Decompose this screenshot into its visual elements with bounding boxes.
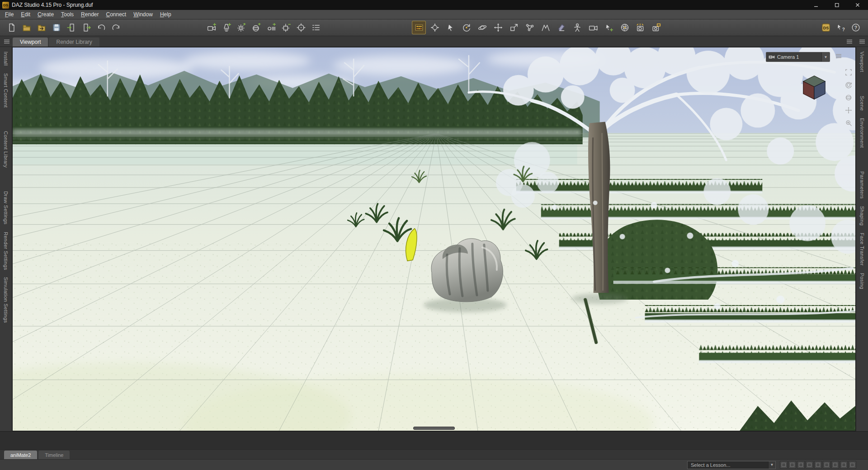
lesson-mini-button-3[interactable] — [797, 461, 805, 469]
maximize-button[interactable] — [826, 0, 847, 10]
dock-options-icon[interactable] — [843, 39, 855, 47]
translate-tool-button[interactable] — [491, 21, 505, 34]
pane-splitter-handle[interactable] — [413, 427, 455, 430]
lesson-mini-button-1[interactable] — [780, 461, 788, 469]
spot-render-tool-icon — [652, 23, 661, 32]
add-null-icon — [282, 23, 291, 32]
menubar: FileEditCreateToolsRenderConnectWindowHe… — [0, 10, 868, 19]
import-file-button[interactable] — [64, 21, 78, 34]
lesson-mini-button-5[interactable] — [814, 461, 822, 469]
close-button[interactable] — [847, 0, 868, 10]
add-point-light-button[interactable] — [234, 21, 248, 34]
tab-render-library[interactable]: Render Library — [49, 38, 99, 47]
whats-this-icon: ? — [836, 23, 845, 32]
camera-selector[interactable]: Camera 1 ▼ — [766, 52, 830, 62]
left-panel-group-1: Content Library — [3, 131, 9, 168]
add-null-button[interactable] — [279, 21, 293, 34]
add-distant-light-icon — [267, 23, 276, 32]
minimize-button[interactable] — [806, 0, 826, 10]
menu-item-file[interactable]: File — [1, 10, 17, 19]
menu-item-window[interactable]: Window — [130, 10, 156, 19]
lesson-mini-button-9[interactable] — [849, 461, 856, 469]
orbit-tool-button[interactable] — [475, 21, 489, 34]
render-tool-button[interactable] — [633, 21, 647, 34]
add-camera-button[interactable] — [204, 21, 218, 34]
pane-menu-icon[interactable] — [0, 39, 13, 47]
lesson-mini-button-2[interactable] — [788, 461, 796, 469]
export-file-icon — [82, 23, 91, 32]
camera-pan-icon[interactable] — [844, 106, 852, 114]
measure-tool-icon — [541, 23, 550, 32]
lesson-selector[interactable]: Select a Lesson... ▼ — [687, 461, 776, 469]
panel-tab-install[interactable]: Install — [3, 52, 9, 66]
panel-tab-draw-settings[interactable]: Draw Settings — [3, 191, 9, 225]
surface-tool-button[interactable] — [554, 21, 568, 34]
panel-tab-posing[interactable]: Posing — [859, 273, 865, 289]
menu-item-help[interactable]: Help — [156, 10, 175, 19]
tab-animate2[interactable]: aniMate2 — [4, 451, 37, 459]
pointer-plus-tool-button[interactable] — [602, 21, 616, 34]
whats-this-button[interactable]: ? — [834, 21, 848, 34]
export-file-button[interactable] — [79, 21, 93, 34]
viewport-3d-scene[interactable] — [13, 47, 855, 431]
lens-tool-button[interactable] — [618, 21, 632, 34]
add-primitive-button[interactable] — [249, 21, 263, 34]
panel-tab-scene[interactable]: Scene — [859, 96, 865, 111]
lesson-mini-button-7[interactable] — [831, 461, 839, 469]
hamburger-icon — [835, 53, 842, 59]
node-selection-tool-button[interactable] — [443, 21, 458, 34]
panel-tab-parameters[interactable]: Parameters — [859, 171, 865, 199]
chevron-down-icon[interactable]: ▼ — [768, 461, 775, 469]
open-file-button[interactable] — [19, 21, 33, 34]
node-editor-tool-button[interactable] — [523, 21, 537, 34]
add-spotlight-button[interactable] — [219, 21, 233, 34]
redo-button[interactable] — [109, 21, 123, 34]
panel-tab-smart-content[interactable]: Smart Content — [3, 73, 9, 108]
camera-frame-icon[interactable] — [844, 68, 852, 76]
new-file-button[interactable] — [5, 21, 19, 34]
camera-rotate-icon[interactable] — [844, 94, 852, 101]
chevron-down-icon[interactable]: ▼ — [821, 52, 830, 61]
add-distant-light-button[interactable] — [264, 21, 278, 34]
camera-orbit-icon[interactable] — [844, 81, 852, 89]
lesson-mini-button-6[interactable] — [823, 461, 830, 469]
help-button[interactable]: ? — [849, 21, 863, 34]
menu-item-connect[interactable]: Connect — [102, 10, 130, 19]
figure-tool-button[interactable] — [570, 21, 584, 34]
tab-timeline[interactable]: Timeline — [38, 451, 70, 459]
viewport-3d[interactable]: Camera 1 ▼ — [12, 47, 856, 431]
menu-item-tools[interactable]: Tools — [57, 10, 77, 19]
panel-tab-viewport[interactable]: Viewport — [859, 52, 865, 72]
tab-viewport[interactable]: Viewport — [13, 38, 48, 47]
list-options-button[interactable] — [309, 21, 323, 34]
viewport-options-icon[interactable] — [835, 53, 842, 60]
scene-navigator-button[interactable] — [412, 21, 426, 34]
panel-tab-render-settings[interactable]: Render Settings — [3, 232, 9, 270]
rotate-tool-button[interactable] — [459, 21, 473, 34]
right-pane-menu-icon[interactable] — [855, 39, 868, 47]
camera-tool-button[interactable] — [586, 21, 600, 34]
menu-item-render[interactable]: Render — [77, 10, 102, 19]
menu-item-create[interactable]: Create — [34, 10, 57, 19]
scale-tool-button[interactable] — [507, 21, 521, 34]
panel-tab-content-library[interactable]: Content Library — [3, 131, 9, 168]
camera-dolly-icon[interactable] — [844, 119, 852, 127]
universal-tool-button[interactable] — [428, 21, 442, 34]
lesson-mini-button-8[interactable] — [840, 461, 848, 469]
undo-button[interactable] — [94, 21, 108, 34]
save-file-button[interactable] — [49, 21, 63, 34]
measure-tool-button[interactable] — [538, 21, 552, 34]
node-selection-tool-icon — [446, 23, 455, 32]
aim-frame-button[interactable] — [294, 21, 308, 34]
panel-tab-environment[interactable]: Environment — [859, 118, 865, 148]
merge-file-button[interactable] — [34, 21, 48, 34]
panel-tab-face-transfer[interactable]: Face Transfer — [859, 233, 865, 266]
daz-central-button[interactable]: DS — [819, 21, 833, 34]
panel-tab-shaping[interactable]: Shaping — [859, 206, 865, 226]
lesson-mini-button-4[interactable] — [806, 461, 813, 469]
view-orientation-cube[interactable] — [799, 72, 829, 102]
spot-render-tool-button[interactable] — [649, 21, 663, 34]
menu-item-edit[interactable]: Edit — [17, 10, 34, 19]
new-file-icon — [7, 23, 16, 32]
panel-tab-simulation-settings[interactable]: Simulation Settings — [3, 277, 9, 323]
